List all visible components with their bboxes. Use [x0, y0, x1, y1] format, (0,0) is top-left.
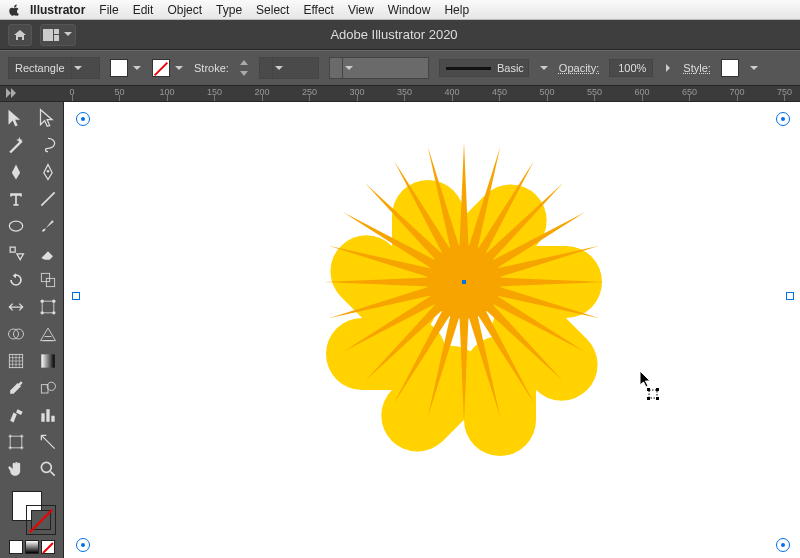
- chevron-down-icon[interactable]: [749, 63, 759, 73]
- svg-point-17: [47, 382, 55, 390]
- color-mode-gradient[interactable]: [25, 540, 39, 554]
- artboard-tool[interactable]: [2, 430, 30, 454]
- stroke-color-box[interactable]: [26, 505, 56, 535]
- pen-tool[interactable]: [2, 160, 30, 184]
- fill-swatch[interactable]: [110, 59, 128, 77]
- curvature-tool[interactable]: [34, 160, 62, 184]
- menu-edit[interactable]: Edit: [133, 3, 154, 17]
- svg-rect-2: [54, 35, 59, 41]
- stroke-weight-stepper[interactable]: [239, 60, 249, 76]
- stroke-label: Stroke:: [194, 62, 229, 74]
- svg-point-4: [9, 221, 22, 231]
- rotate-handle-tr[interactable]: [778, 114, 788, 124]
- style-label: Style:: [683, 62, 711, 74]
- opacity-value: 100%: [618, 62, 646, 74]
- selection-type-dropdown[interactable]: Rectangle: [8, 57, 100, 79]
- paintbrush-tool[interactable]: [34, 214, 62, 238]
- blend-tool[interactable]: [34, 376, 62, 400]
- svg-point-3: [46, 170, 49, 173]
- apple-icon[interactable]: [8, 3, 20, 16]
- svg-rect-1: [54, 29, 59, 34]
- width-tool[interactable]: [2, 295, 30, 319]
- svg-point-8: [40, 300, 43, 303]
- magic-wand-tool[interactable]: [2, 133, 30, 157]
- zoom-tool[interactable]: [34, 457, 62, 481]
- resize-handle-l[interactable]: [72, 292, 80, 300]
- mac-menu-bar: Illustrator File Edit Object Type Select…: [0, 0, 800, 20]
- symbol-sprayer-tool[interactable]: [2, 403, 30, 427]
- svg-point-10: [40, 311, 43, 314]
- menu-type[interactable]: Type: [216, 3, 242, 17]
- hand-tool[interactable]: [2, 457, 30, 481]
- rotate-handle-bl[interactable]: [78, 540, 88, 550]
- direct-selection-tool[interactable]: [34, 106, 62, 130]
- svg-rect-18: [10, 436, 22, 448]
- svg-rect-21: [647, 388, 650, 391]
- opacity-label: Opacity:: [559, 62, 599, 74]
- resize-handle-r[interactable]: [786, 292, 794, 300]
- selection-tool[interactable]: [2, 106, 30, 130]
- ellipse-tool[interactable]: [2, 214, 30, 238]
- lasso-tool[interactable]: [34, 133, 62, 157]
- menu-select[interactable]: Select: [256, 3, 289, 17]
- chevron-down-icon: [342, 58, 356, 78]
- rotate-handle-tl[interactable]: [78, 114, 88, 124]
- opacity-value-input[interactable]: 100%: [609, 59, 653, 77]
- menu-effect[interactable]: Effect: [303, 3, 333, 17]
- ruler: 0501001502002503003504004505005506006507…: [0, 86, 800, 102]
- chevron-down-icon: [63, 30, 73, 40]
- menu-view[interactable]: View: [348, 3, 374, 17]
- rotate-tool[interactable]: [2, 268, 30, 292]
- color-mode-none[interactable]: [41, 540, 55, 554]
- menu-window[interactable]: Window: [388, 3, 431, 17]
- svg-rect-7: [42, 301, 54, 313]
- slice-tool[interactable]: [34, 430, 62, 454]
- selection-center-point[interactable]: [462, 280, 466, 284]
- gradient-tool[interactable]: [34, 349, 62, 373]
- svg-point-9: [52, 300, 55, 303]
- type-tool[interactable]: [2, 187, 30, 211]
- flower-artwork[interactable]: [314, 132, 614, 432]
- rotate-handle-br[interactable]: [778, 540, 788, 550]
- app-title: Adobe Illustrator 2020: [330, 27, 457, 42]
- stroke-profile-dropdown[interactable]: [259, 57, 319, 79]
- fill-stroke-control[interactable]: [2, 489, 61, 536]
- svg-rect-15: [41, 354, 54, 367]
- chevron-down-icon[interactable]: [539, 63, 549, 73]
- stroke-swatch[interactable]: [152, 59, 170, 77]
- shaper-tool[interactable]: [2, 241, 30, 265]
- menu-illustrator[interactable]: Illustrator: [30, 3, 85, 17]
- line-segment-tool[interactable]: [34, 187, 62, 211]
- svg-rect-5: [41, 273, 49, 281]
- brush-definition-dropdown[interactable]: Basic: [439, 59, 529, 77]
- canvas[interactable]: [64, 102, 800, 558]
- scale-tool[interactable]: [34, 268, 62, 292]
- menu-help[interactable]: Help: [444, 3, 469, 17]
- svg-point-19: [41, 462, 51, 472]
- brush-dropdown-disabled[interactable]: [329, 57, 429, 79]
- shape-builder-tool[interactable]: [2, 322, 30, 346]
- chevron-down-icon[interactable]: [132, 63, 142, 73]
- brush-label: Basic: [497, 62, 524, 74]
- svg-rect-20: [649, 390, 657, 398]
- menu-object[interactable]: Object: [167, 3, 202, 17]
- control-bar: Rectangle Stroke: Basic Opacity:: [0, 50, 800, 86]
- chevron-down-icon[interactable]: [174, 63, 184, 73]
- perspective-grid-tool[interactable]: [34, 322, 62, 346]
- color-mode-solid[interactable]: [9, 540, 23, 554]
- arrange-documents-button[interactable]: [40, 24, 76, 46]
- svg-rect-24: [656, 397, 659, 400]
- eraser-tool[interactable]: [34, 241, 62, 265]
- selection-type-label: Rectangle: [9, 62, 71, 74]
- home-button[interactable]: [8, 24, 32, 46]
- free-transform-tool[interactable]: [34, 295, 62, 319]
- eyedropper-tool[interactable]: [2, 376, 30, 400]
- style-swatch[interactable]: [721, 59, 739, 77]
- svg-rect-0: [43, 29, 53, 41]
- menu-file[interactable]: File: [99, 3, 118, 17]
- column-graph-tool[interactable]: [34, 403, 62, 427]
- chevron-right-icon[interactable]: [663, 63, 673, 73]
- svg-point-11: [52, 311, 55, 314]
- mesh-tool[interactable]: [2, 349, 30, 373]
- ruler-collapse-icon[interactable]: [6, 88, 16, 98]
